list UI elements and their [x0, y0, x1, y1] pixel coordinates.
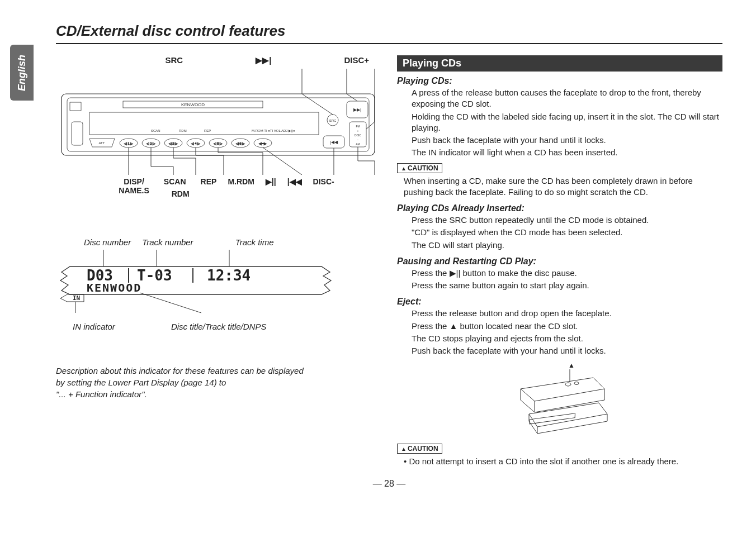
svg-rect-76: [530, 413, 575, 424]
label-disc-minus: DISC-: [313, 177, 334, 198]
section-header-playing-cds: Playing CDs: [397, 55, 722, 72]
svg-text:12:34: 12:34: [207, 267, 251, 284]
language-tab-label: English: [16, 54, 28, 91]
svg-text:◀=▶: ◀=▶: [259, 142, 267, 145]
device-top-labels: SRC ▶▶| DISC+: [56, 55, 380, 65]
svg-text:◁ 2 ▷: ◁ 2 ▷: [147, 142, 156, 145]
label-disc-number: Disc number: [84, 237, 131, 247]
svg-line-41: [366, 122, 375, 129]
eject-illustration: ▲: [397, 361, 722, 439]
caution-badge-1: CAUTION: [397, 163, 442, 173]
page-number: — 28 —: [56, 479, 722, 489]
svg-text:FM: FM: [356, 125, 360, 128]
label-disc-title: Disc title/Track title/DNPS: [171, 322, 267, 331]
svg-text:SCAN: SCAN: [151, 129, 160, 132]
label-scan: SCAN: [160, 177, 190, 186]
svg-text:+: +: [357, 129, 359, 132]
device-bottom-labels: DISP/ NAME.S SCAN RDM REP M.RDM ▶|| |◀◀ …: [56, 177, 380, 198]
left-column: SRC ▶▶| DISC+ KENWOOD SCAN: [56, 55, 380, 468]
columns: SRC ▶▶| DISC+ KENWOOD SCAN: [56, 55, 722, 468]
label-disp: DISP/: [119, 177, 149, 186]
svg-line-37: [302, 94, 333, 115]
svg-text:SRC: SRC: [329, 119, 337, 122]
label-disc-plus: DISC+: [344, 55, 369, 65]
label-next-track: ▶▶|: [256, 55, 271, 65]
text-s2-p2: "CD" is displayed when the CD mode has b…: [412, 227, 722, 238]
text-s3-p1b: button to make the disc pause.: [460, 268, 577, 278]
left-desc-line3: "... + Function indicator".: [56, 388, 380, 400]
left-desc-line1: Description about this indicator for the…: [56, 365, 380, 377]
label-play-pause: ▶||: [266, 177, 276, 198]
page-title: CD/External disc control features: [56, 22, 722, 44]
svg-text:DISC: DISC: [355, 134, 361, 137]
label-track-time: Track time: [235, 237, 274, 247]
svg-text:◁ 5 ▷: ◁ 5 ▷: [214, 142, 223, 145]
svg-text:M.ROM  TI ●TI VOL ADJ ▶||●: M.ROM TI ●TI VOL ADJ ▶||●: [252, 129, 295, 132]
svg-text:REP: REP: [204, 129, 211, 132]
label-mrdm: M.RDM: [228, 177, 254, 198]
label-scan-rdm: SCAN RDM: [160, 177, 190, 198]
right-column: Playing CDs Playing CDs: A press of the …: [397, 55, 722, 468]
brand-text: KENWOOD: [181, 102, 205, 107]
caution-badge-2: CAUTION: [397, 444, 442, 454]
svg-text:T-03: T-03: [137, 267, 172, 284]
display-svg: D03 T-03 12:34 KENWOOD IN: [56, 247, 336, 314]
svg-point-74: [565, 383, 571, 386]
text-s3-p2: Press the same button again to start pla…: [412, 280, 722, 291]
label-src: SRC: [166, 55, 183, 65]
svg-text:◁ 1 ▷: ◁ 1 ▷: [124, 142, 134, 145]
text-s3-p1: Press the ▶|| button to make the disc pa…: [412, 268, 722, 279]
svg-text:▲: ▲: [568, 361, 575, 369]
text-s4-p3: The CD stops playing and ejects from the…: [412, 333, 722, 344]
display-top-labels: Disc number Track number Track time: [73, 237, 380, 247]
svg-text:RDM: RDM: [179, 129, 187, 132]
left-desc-line2: by setting the Lower Part Display (page …: [56, 377, 380, 388]
device-illustration: KENWOOD SCAN RDM REP M.ROM TI ●TI VOL AD…: [56, 69, 380, 175]
text-s1-p3: Push back the faceplate with your hand u…: [412, 135, 722, 146]
svg-text:◁ 4 ▷: ◁ 4 ▷: [191, 142, 201, 145]
svg-point-75: [574, 382, 579, 385]
display-bottom-labels: IN indicator Disc title/Track title/DNPS: [73, 322, 380, 331]
subhead-already-inserted: Playing CDs Already Inserted:: [397, 203, 722, 213]
label-prev-track: |◀◀: [287, 177, 302, 198]
text-s1-p1: A press of the release button causes the…: [412, 87, 722, 110]
label-rep: REP: [201, 177, 217, 198]
label-rdm: RDM: [172, 189, 190, 198]
svg-text:−: −: [357, 138, 359, 141]
svg-line-71: [140, 293, 201, 313]
svg-text:◁ 6 ▷: ◁ 6 ▷: [236, 142, 245, 145]
svg-text:IN: IN: [73, 294, 80, 302]
language-tab: English: [10, 45, 34, 101]
label-disp-names: DISP/ NAME.S: [119, 177, 149, 198]
text-s4-p2a: Press the: [412, 321, 450, 331]
label-names: NAME.S: [119, 186, 149, 195]
eject-icon: ▲: [450, 321, 458, 331]
text-s4-p4: Push back the faceplate with your hand u…: [412, 345, 722, 356]
caution-text-2: Do not attempt to insert a CD into the s…: [404, 456, 722, 467]
subhead-playing-cds: Playing CDs:: [397, 76, 722, 86]
svg-rect-22: [72, 122, 83, 145]
display-detail-block: Disc number Track number Track time D03: [56, 237, 380, 331]
text-s3-p1a: Press the: [412, 268, 450, 278]
text-s1-p2: Holding the CD with the labeled side fac…: [412, 111, 722, 134]
svg-text:AM: AM: [356, 142, 360, 146]
svg-line-39: [347, 94, 357, 101]
svg-text:◁ 3 ▷: ◁ 3 ▷: [169, 142, 178, 145]
left-description: Description about this indicator for the…: [56, 365, 380, 400]
text-s2-p1: Press the SRC button repeatedly until th…: [412, 215, 722, 226]
car-stereo-svg: KENWOOD SCAN RDM REP M.ROM TI ●TI VOL AD…: [56, 69, 380, 175]
label-track-number: Track number: [142, 237, 193, 247]
svg-text:ATT: ATT: [99, 141, 105, 145]
subhead-eject: Eject:: [397, 297, 722, 307]
page: English CD/External disc control feature…: [0, 0, 756, 533]
svg-rect-0: [62, 94, 375, 155]
text-s4-p2b: button located near the CD slot.: [457, 321, 578, 331]
label-in-indicator: IN indicator: [73, 322, 115, 331]
play-pause-icon: ▶||: [450, 268, 461, 278]
text-s1-p4: The IN indicator will light when a CD ha…: [412, 147, 722, 158]
text-s4-p1: Press the release button and drop open t…: [412, 308, 722, 319]
caution-text-1: When inserting a CD, make sure the CD ha…: [404, 175, 722, 198]
text-s4-p2: Press the ▲ button located near the CD s…: [412, 321, 722, 332]
svg-text:|◀◀: |◀◀: [330, 140, 338, 145]
text-s2-p3: The CD will start playing.: [412, 240, 722, 251]
